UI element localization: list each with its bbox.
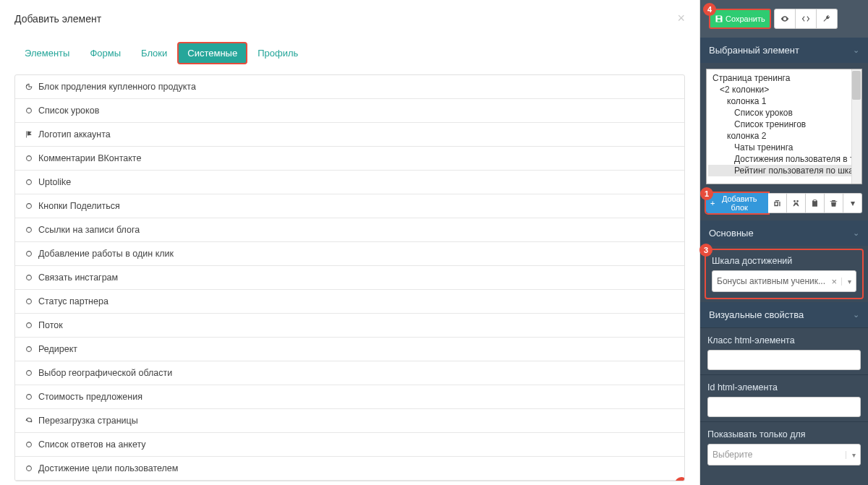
preview-button[interactable] — [774, 9, 796, 29]
wrench-icon — [822, 14, 831, 23]
circle-icon — [24, 464, 34, 473]
list-item[interactable]: Ссылки на записи блога — [15, 218, 684, 242]
list-item[interactable]: Список уроков — [15, 99, 684, 123]
tab-system[interactable]: Системные — [177, 42, 247, 64]
tab-profile[interactable]: Профиль — [247, 42, 308, 64]
circle-icon — [24, 297, 34, 306]
element-list[interactable]: Блок продления купленного продуктаСписок… — [14, 74, 685, 481]
list-item-label: Блок продления купленного продукта — [38, 82, 196, 92]
delete-button[interactable] — [825, 193, 843, 213]
list-item[interactable]: Стоимость предложения — [15, 385, 684, 409]
settings-button[interactable] — [817, 9, 838, 29]
list-item[interactable]: Перезагрузка страницы — [15, 409, 684, 433]
tab-bar: Элементы Формы Блоки Системные Профиль — [14, 36, 685, 74]
id-input[interactable] — [707, 397, 861, 417]
svg-point-6 — [27, 275, 32, 280]
flag-icon — [24, 130, 34, 139]
block-action-row: 1 +Добавить блок ▾ — [706, 193, 862, 213]
tree-row[interactable]: Чаты тренинга — [708, 142, 860, 153]
list-item[interactable]: Поток — [15, 314, 684, 338]
list-item-label: Добавление работы в один клик — [38, 249, 174, 259]
list-item[interactable]: Редирект — [15, 338, 684, 361]
trash-icon — [830, 199, 838, 207]
cut-button[interactable] — [787, 193, 806, 213]
save-button[interactable]: Сохранить — [709, 9, 771, 29]
svg-point-9 — [27, 347, 32, 352]
eye-icon — [780, 14, 789, 23]
show-only-select[interactable]: Выберите ▾ — [707, 444, 861, 465]
code-button[interactable] — [796, 9, 817, 29]
element-tree[interactable]: Страница тренинга<2 колонки>колонка 1Спи… — [706, 69, 862, 184]
code-icon — [801, 14, 810, 23]
svg-point-1 — [27, 156, 32, 161]
tree-row[interactable]: <2 колонки> — [708, 84, 860, 95]
section-main-props[interactable]: Основные ⌄ — [700, 220, 868, 246]
list-item[interactable]: Выбор географической области — [15, 361, 684, 385]
tab-elements[interactable]: Элементы — [14, 42, 80, 64]
tree-row[interactable]: колонка 2 — [708, 130, 860, 142]
list-item[interactable]: Добавление работы в один клик — [15, 242, 684, 266]
paste-icon — [811, 199, 819, 207]
tree-row[interactable]: колонка 1 — [708, 95, 860, 107]
copy-icon — [773, 199, 781, 207]
tree-scrollbar[interactable] — [851, 69, 861, 184]
tab-forms[interactable]: Формы — [80, 42, 131, 64]
list-item[interactable]: Комментарии ВКонтакте — [15, 147, 684, 171]
copy-button[interactable] — [768, 193, 787, 213]
list-item[interactable]: Блок продления купленного продукта — [15, 75, 684, 99]
circle-icon — [24, 369, 34, 377]
caret-down-icon[interactable]: ▾ — [846, 451, 856, 459]
svg-point-13 — [27, 466, 32, 471]
svg-point-5 — [27, 252, 32, 257]
list-item-label: Связать инстаграм — [38, 272, 118, 283]
annotation-badge-4: 4 — [703, 3, 716, 16]
scale-label: Шкала достижений — [712, 256, 856, 266]
circle-icon — [24, 249, 34, 258]
circle-icon — [24, 202, 34, 210]
circle-icon — [24, 178, 34, 186]
add-block-button[interactable]: +Добавить блок — [706, 193, 768, 213]
list-item-label: Достижение цели пользователем — [38, 463, 178, 473]
section-visual-props[interactable]: Визуальные свойства ⌄ — [700, 302, 868, 327]
tab-blocks[interactable]: Блоки — [131, 42, 177, 64]
list-item-label: Кнопки Поделиться — [38, 201, 120, 211]
list-item[interactable]: Кнопки Поделиться — [15, 194, 684, 218]
more-button[interactable]: ▾ — [843, 193, 862, 213]
list-item[interactable]: Список ответов на анкету — [15, 433, 684, 457]
section-selected-element[interactable]: Выбранный элемент ⌄ — [700, 38, 868, 63]
caret-down-icon: ▾ — [851, 198, 855, 208]
save-icon — [715, 14, 723, 23]
scale-select[interactable]: Бонусы активным ученик... × ▾ — [712, 270, 856, 292]
list-item-label: Выбор географической области — [38, 368, 172, 378]
tree-row[interactable]: Рейтинг пользователя по шкале — [708, 165, 860, 176]
svg-point-11 — [27, 395, 32, 400]
chevron-down-icon: ⌄ — [853, 228, 859, 238]
clear-icon[interactable]: × — [827, 276, 841, 287]
properties-panel: Сохранить 4 Выбранный элемент ⌄ Страница… — [700, 0, 868, 485]
list-item-label: Uptolike — [38, 177, 71, 187]
list-item[interactable]: Достижение цели пользователем — [15, 457, 684, 481]
annotation-badge-1: 1 — [700, 187, 713, 200]
close-icon[interactable]: × — [677, 11, 685, 26]
class-property: Класс html-элемента — [700, 327, 868, 374]
tree-row[interactable]: Список тренингов — [708, 119, 860, 130]
list-item[interactable]: Статус партнера — [15, 290, 684, 314]
list-item[interactable]: Связать инстаграм — [15, 266, 684, 290]
tree-row[interactable]: Список уроков — [708, 107, 860, 119]
list-item-label: Редирект — [38, 344, 77, 354]
modal-title: Добавить элемент — [14, 13, 101, 25]
list-item-label: Комментарии ВКонтакте — [38, 153, 141, 163]
annotation-badge-3: 3 — [699, 244, 712, 257]
caret-down-icon[interactable]: ▾ — [841, 278, 851, 286]
paste-button[interactable] — [806, 193, 825, 213]
list-item[interactable]: Логотип аккаунта — [15, 123, 684, 147]
tree-row[interactable]: Страница тренинга — [708, 72, 860, 84]
circle-icon — [24, 345, 34, 353]
top-toolbar: Сохранить 4 — [700, 0, 868, 38]
class-input[interactable] — [707, 350, 861, 370]
list-item-label: Логотип аккаунта — [38, 129, 111, 140]
scale-property: 3 Шкала достижений Бонусы активным учени… — [705, 249, 864, 299]
list-item[interactable]: Uptolike — [15, 171, 684, 194]
tree-row[interactable]: Достижения пользователя в тр — [708, 153, 860, 165]
list-item-label: Стоимость предложения — [38, 392, 142, 402]
